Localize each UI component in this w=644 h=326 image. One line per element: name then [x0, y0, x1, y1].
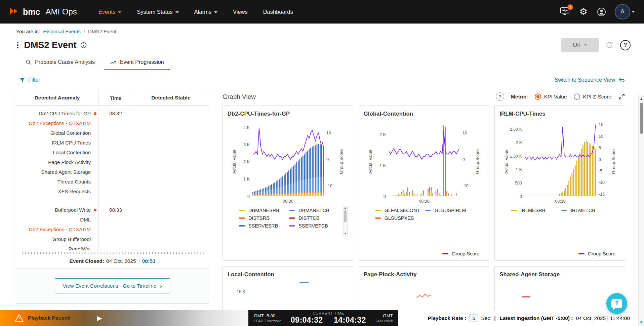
nav-item-alarms[interactable]: Alarms [194, 9, 217, 15]
table-row[interactable]: Thread Counts [16, 177, 209, 187]
legend-label: IRLMESRB [520, 208, 545, 213]
svg-text:15: 15 [599, 122, 603, 127]
time-cell [98, 138, 133, 148]
legend-scrollbar[interactable]: ▲▼ [343, 206, 348, 236]
legend-item[interactable]: IRLMETCB [561, 208, 610, 213]
switch-to-sequence-view-link[interactable]: Switch to Sequence View [555, 77, 625, 83]
legend-item[interactable]: DBMANESRB [239, 208, 288, 213]
scroll-up-icon[interactable]: ▲ [344, 206, 347, 210]
anomaly-cell: IRLM CPU Times [16, 138, 98, 148]
subbar: Filter Switch to Sequence View [0, 70, 644, 88]
legend-item[interactable]: DISTTCB [289, 215, 338, 221]
chart-canvas: 01 K2 K3 K4 K100-1008:30 [237, 118, 339, 205]
time-cell [98, 244, 133, 250]
table-row[interactable]: DML [16, 215, 209, 225]
help-chat-button[interactable]: ? [606, 293, 627, 314]
stable-cell [133, 196, 209, 205]
table-row[interactable]: Db2 Exceptions - QTXATIM [16, 225, 209, 234]
metric-option-kpi-z-score[interactable]: KPI Z-Score [574, 93, 611, 100]
radio-icon[interactable] [574, 93, 580, 100]
chart-canvas [503, 279, 617, 298]
scroll-up-icon[interactable]: ▲ [640, 96, 643, 100]
event-closed-separator: | [138, 258, 140, 264]
svg-text:-5: -5 [599, 169, 602, 173]
legend-item[interactable]: SSERVESRB [239, 223, 288, 229]
timezone-left-value: GMT -5:00 [254, 313, 281, 318]
table-row[interactable]: Page Plock Activity [16, 157, 209, 167]
legend-item[interactable]: Group Score [442, 251, 479, 256]
system-monitor-button[interactable]: 1 [560, 7, 570, 17]
filter-button[interactable]: Filter [19, 77, 40, 83]
time-gmt: 14:04:32 [334, 316, 366, 325]
anomaly-label: Thread Counts [57, 179, 91, 185]
chevron-down-icon [584, 44, 587, 46]
table-row[interactable]: Group Bufferpool [16, 234, 209, 244]
chart-card-irlm-cpu-times: IRLM-CPU-TimesActual Value05001 K1.50 K2… [494, 106, 625, 261]
scrollbar-thumb[interactable] [640, 103, 643, 134]
brand[interactable]: bmc AMI Ops [9, 7, 77, 17]
expand-icon[interactable] [618, 93, 625, 100]
info-icon[interactable] [80, 42, 87, 48]
scroll-down-icon[interactable]: ▼ [344, 232, 347, 236]
kebab-menu-icon[interactable] [15, 40, 20, 51]
radio-selected-icon[interactable] [535, 93, 541, 100]
legend-item[interactable]: Group Score [578, 251, 615, 256]
latest-ingestion-label: Latest Ingestion (GMT -5:00) : [500, 315, 573, 321]
table-row[interactable]: Shared Agent Storage [16, 167, 209, 177]
svg-text:10: 10 [462, 131, 467, 135]
legend-item[interactable]: DISTSRB [239, 215, 288, 221]
legend-item[interactable]: SSERVETCB [289, 223, 338, 229]
playback-off-toggle[interactable]: Off [561, 38, 599, 52]
view-correlations-button[interactable]: View Event Correlations - Go to Timeline… [55, 278, 170, 293]
nav-item-views[interactable]: Views [233, 9, 248, 15]
nav-item-events[interactable]: Events [98, 9, 121, 15]
scroll-down-icon[interactable]: ▼ [639, 320, 643, 325]
legend-item[interactable]: GLSUSPXES [375, 215, 424, 221]
anomaly-label: Page Plock Activity [48, 159, 91, 165]
legend-item[interactable]: IRLMESRB [511, 208, 560, 213]
table-row[interactable]: IRLM CPU Times [16, 138, 209, 148]
chart-title: IRLM-CPU-Times [499, 111, 620, 117]
chart-plot [499, 279, 620, 298]
refresh-icon[interactable] [605, 41, 613, 49]
nav-item-system-status[interactable]: System Status [137, 9, 178, 15]
y-axis-label: Actual Value [232, 150, 237, 174]
profile-help-icon[interactable] [597, 7, 606, 16]
table-row[interactable]: Local Contention [16, 148, 209, 157]
breadcrumb-current: DMS2 Event [88, 29, 116, 36]
chart-canvas: 15 K [231, 279, 345, 298]
legend-item[interactable]: GLFALSECONT [375, 208, 424, 213]
user-menu[interactable]: A [615, 5, 635, 19]
playback-bar: Playback Paused ▶ GMT -5:00 LPAR Timezon… [0, 310, 644, 326]
table-row[interactable]: Read/Writ [16, 244, 209, 250]
table-row[interactable]: Bufferpool Write08:33 [16, 205, 209, 215]
metric-help-icon[interactable]: ? [496, 92, 504, 101]
legend-item[interactable]: GLSUSPIRLM [425, 208, 474, 213]
anomaly-label: XES Requests [58, 189, 91, 194]
table-row[interactable]: Db2 Exceptions - QTXATIM [16, 118, 209, 128]
nav-item-dashboards[interactable]: Dashboards [263, 9, 293, 15]
legend-item[interactable]: DBMANETCB [289, 208, 338, 213]
main-content: Detected Anomaly Time Detected Stable Db… [0, 88, 644, 309]
g ear-icon[interactable]: ⚙ [579, 7, 588, 16]
legend-swatch [375, 210, 381, 211]
play-button[interactable]: ▶ [97, 315, 102, 321]
scrollbar-thumb[interactable] [344, 210, 347, 222]
event-closed-time[interactable]: 08:53 [142, 258, 156, 264]
panel-footer: View Event Correlations - Go to Timeline… [16, 268, 209, 303]
time-cell [98, 215, 133, 225]
svg-text:2 K: 2 K [516, 140, 522, 145]
help-icon[interactable]: ? [620, 40, 631, 50]
table-row[interactable]: Global Contention [16, 128, 209, 138]
table-row[interactable]: Db2 CPU Times for GP08:32 [16, 109, 209, 118]
breadcrumb-link-historical-events[interactable]: Historical Events [43, 29, 81, 36]
table-row[interactable]: XES Requests [16, 187, 209, 196]
metric-option-kpi-value[interactable]: KPI Value [535, 93, 567, 100]
stable-cell [133, 118, 209, 128]
chart-cards: Db2-CPU-Times-for-GPActual Value01 K2 K3… [223, 106, 625, 326]
tab-event-progression[interactable]: Event Progression [104, 54, 170, 70]
tab-probable-cause-analysis[interactable]: Probable Cause Analysis [19, 54, 101, 70]
playback-rate-value[interactable]: 5 [469, 315, 478, 322]
chevron-down-icon [632, 11, 635, 13]
page-scrollbar[interactable]: ▲ ▼ [638, 95, 644, 326]
